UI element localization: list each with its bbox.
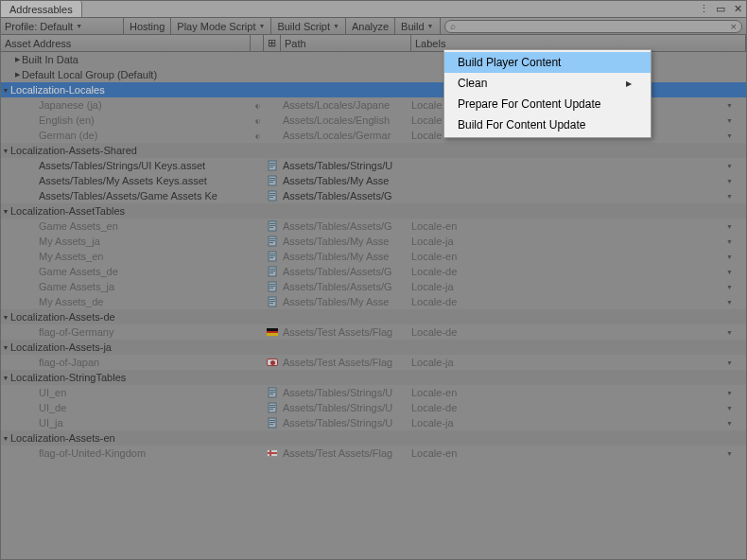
tree-group[interactable]: ▼Localization-Assets-ja xyxy=(1,340,746,355)
label-dropdown[interactable]: Locale-ja▼ xyxy=(411,357,746,368)
clear-search-icon[interactable]: × xyxy=(731,21,737,32)
label-dropdown[interactable]: ▼ xyxy=(411,193,746,200)
hosting-button[interactable]: Hosting xyxy=(123,18,171,34)
tree-item[interactable]: Game Assets_deAssets/Tables/Assets/GLoca… xyxy=(1,264,746,279)
asset-path: Assets/Tables/Strings/U xyxy=(281,160,411,171)
label-dropdown[interactable]: Locale-ja▼ xyxy=(411,417,746,429)
chevron-down-icon: ▼ xyxy=(726,269,733,275)
menu-item[interactable]: Prepare For Content Update xyxy=(444,94,651,114)
build-script-dropdown[interactable]: Build Script xyxy=(270,18,346,34)
context-menu-icon[interactable]: ⋮ xyxy=(695,1,712,17)
label-dropdown[interactable]: Locale-en▼ xyxy=(411,447,746,459)
tree-item[interactable]: Assets/Tables/Assets/Game Assets KeAsset… xyxy=(1,188,746,203)
flag-germany-icon xyxy=(267,328,278,336)
foldout-icon[interactable]: ▼ xyxy=(1,435,10,442)
label-dropdown[interactable]: Locale-de▼ xyxy=(411,326,746,338)
tree-item[interactable]: My Assets_enAssets/Tables/My AsseLocale-… xyxy=(1,249,746,264)
tree-group[interactable]: ▼Localization-AssetTables xyxy=(1,203,746,219)
svg-rect-17 xyxy=(269,238,275,239)
search-input[interactable]: ⌕ × xyxy=(444,20,742,33)
lock-icon: ◐ xyxy=(251,132,264,139)
asset-path: Assets/Locales/Germar xyxy=(281,130,411,141)
chevron-down-icon: ▼ xyxy=(726,420,733,427)
svg-rect-41 xyxy=(269,405,275,406)
label-dropdown[interactable]: Locale-de▼ xyxy=(411,266,746,277)
menu-item[interactable]: Clean▶ xyxy=(444,73,651,94)
tree-item[interactable]: flag-of-United-KingdomAssets/Test Assets… xyxy=(1,446,746,461)
search-container: ⌕ × xyxy=(440,18,746,34)
search-icon: ⌕ xyxy=(450,21,456,31)
asset-path: Assets/Tables/My Asse xyxy=(281,175,411,186)
asset-icon xyxy=(267,281,278,292)
tab-addressables[interactable]: Addressables xyxy=(1,1,82,17)
chevron-down-icon: ▼ xyxy=(726,238,733,245)
foldout-icon[interactable]: ▼ xyxy=(1,344,10,351)
chevron-down-icon: ▼ xyxy=(726,163,733,169)
asset-icon xyxy=(267,402,278,413)
tree-item[interactable]: Assets/Tables/Strings/UI Keys.assetAsset… xyxy=(1,158,746,173)
label-dropdown[interactable]: Locale-ja▼ xyxy=(411,236,746,247)
menu-item[interactable]: Build Player Content xyxy=(444,52,651,73)
tree-group[interactable]: ▼Localization-Assets-Shared xyxy=(1,143,746,158)
asset-icon xyxy=(267,160,278,171)
tree-group[interactable]: ▼Localization-Assets-en xyxy=(1,430,746,446)
label-dropdown[interactable]: Locale-ja▼ xyxy=(411,281,746,292)
svg-rect-7 xyxy=(269,182,273,183)
asset-path: Assets/Tables/My Asse xyxy=(281,251,411,262)
label-dropdown[interactable]: Locale-de▼ xyxy=(411,402,746,413)
column-icon[interactable]: ⊞ xyxy=(264,35,281,51)
flag-japan-icon xyxy=(267,359,278,366)
foldout-icon[interactable]: ▼ xyxy=(1,208,10,215)
svg-rect-1 xyxy=(269,163,275,164)
flag-uk-icon xyxy=(267,449,278,457)
foldout-icon[interactable]: ▼ xyxy=(1,148,10,154)
toolbar: Profile: Default Hosting Play Mode Scrip… xyxy=(1,18,746,35)
asset-icon xyxy=(267,190,278,201)
svg-rect-46 xyxy=(269,422,275,423)
analyze-button[interactable]: Analyze xyxy=(345,18,395,34)
chevron-down-icon: ▼ xyxy=(726,390,733,396)
menu-item[interactable]: Build For Content Update xyxy=(444,114,651,135)
asset-path: Assets/Tables/Strings/U xyxy=(281,417,411,429)
foldout-icon[interactable]: ▼ xyxy=(1,314,10,321)
foldout-icon[interactable]: ▼ xyxy=(1,375,10,381)
column-asset-address[interactable]: Asset Address xyxy=(1,35,251,51)
tree-item[interactable]: UI_jaAssets/Tables/Strings/ULocale-ja▼ xyxy=(1,415,746,430)
svg-rect-37 xyxy=(269,390,275,391)
chevron-down-icon: ▼ xyxy=(726,299,733,306)
tree-item[interactable]: Game Assets_enAssets/Tables/Assets/GLoca… xyxy=(1,219,746,234)
chevron-down-icon: ▼ xyxy=(726,405,733,411)
label-dropdown[interactable]: ▼ xyxy=(411,178,746,184)
svg-rect-6 xyxy=(269,180,275,181)
svg-rect-31 xyxy=(269,288,273,289)
dock-icon[interactable]: ▭ xyxy=(712,1,729,17)
tree-item[interactable]: flag-of-GermanyAssets/Test Assets/FlagLo… xyxy=(1,324,746,340)
label-dropdown[interactable]: Locale-de▼ xyxy=(411,296,746,307)
label-dropdown[interactable]: Locale-en▼ xyxy=(411,387,746,398)
tree-item[interactable]: UI_deAssets/Tables/Strings/ULocale-de▼ xyxy=(1,400,746,415)
asset-icon xyxy=(267,387,278,398)
tree-item[interactable]: My Assets_jaAssets/Tables/My AsseLocale-… xyxy=(1,234,746,249)
tree-item[interactable]: flag-of-JapanAssets/Test Assets/FlagLoca… xyxy=(1,355,746,370)
foldout-icon[interactable]: ▼ xyxy=(1,87,10,94)
foldout-icon[interactable]: ▶ xyxy=(12,56,22,63)
play-mode-script-dropdown[interactable]: Play Mode Script xyxy=(170,18,271,34)
tree-item[interactable]: Assets/Tables/My Assets Keys.assetAssets… xyxy=(1,173,746,188)
foldout-icon[interactable]: ▶ xyxy=(12,71,22,79)
column-path[interactable]: Path xyxy=(281,35,411,51)
column-lock[interactable] xyxy=(251,35,264,51)
asset-icon xyxy=(267,296,278,307)
label-dropdown[interactable]: ▼ xyxy=(411,163,746,169)
profile-dropdown[interactable]: Profile: Default xyxy=(1,18,124,34)
tree-item[interactable]: UI_enAssets/Tables/Strings/ULocale-en▼ xyxy=(1,385,746,400)
chevron-down-icon: ▼ xyxy=(726,223,733,230)
label-dropdown[interactable]: Locale-en▼ xyxy=(411,251,746,262)
submenu-arrow-icon: ▶ xyxy=(626,79,632,88)
label-dropdown[interactable]: Locale-en▼ xyxy=(411,220,746,232)
tree-group[interactable]: ▼Localization-StringTables xyxy=(1,370,746,385)
tree-item[interactable]: My Assets_deAssets/Tables/My AsseLocale-… xyxy=(1,294,746,309)
tree-item[interactable]: Game Assets_jaAssets/Tables/Assets/GLoca… xyxy=(1,279,746,294)
tree-group[interactable]: ▼Localization-Assets-de xyxy=(1,309,746,324)
close-icon[interactable]: ✕ xyxy=(729,1,746,17)
build-dropdown[interactable]: Build xyxy=(394,18,440,34)
